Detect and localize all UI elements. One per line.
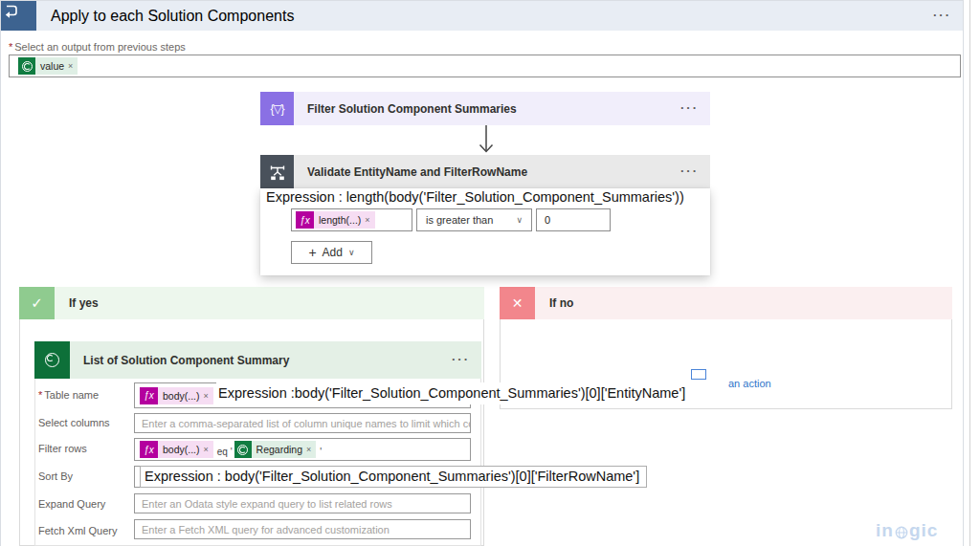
filter-array-icon: {▽} (260, 92, 294, 125)
select-columns-input[interactable] (134, 413, 471, 433)
flow-designer-canvas: Apply to each Solution Components ··· *S… (0, 0, 980, 546)
output-field-input[interactable]: value × (9, 55, 961, 77)
filter-action-title: Filter Solution Component Summaries (307, 102, 517, 116)
condition-operator-dropdown[interactable]: is greater than ∨ (416, 208, 532, 231)
condition-operand-field[interactable]: ƒx length(...) × (291, 208, 412, 231)
plus-icon: + (308, 245, 316, 260)
cross-icon: ✕ (500, 287, 535, 319)
dataverse-icon (34, 341, 70, 379)
watermark-text-right: gic (909, 520, 938, 541)
value-token-label: value (40, 60, 64, 72)
filter-action-menu-button[interactable]: ··· (680, 100, 699, 115)
filter-rows-label: Filter rows (38, 443, 87, 454)
loop-icon (1, 1, 36, 31)
filter-suffix-text: ' (320, 447, 322, 457)
body-token-label: body(...) (163, 390, 200, 402)
if-yes-header[interactable]: ✓ If yes (19, 287, 484, 319)
chevron-down-icon: ∨ (348, 248, 355, 257)
condition-expression-caption: Expression : length(body('Filter_Solutio… (266, 189, 684, 205)
operator-value: is greater than (426, 214, 493, 226)
fx-icon: ƒx (140, 387, 158, 404)
length-expression-token[interactable]: ƒx length(...) × (296, 211, 375, 229)
add-condition-button[interactable]: + Add ∨ (291, 241, 372, 264)
condition-icon (260, 155, 294, 188)
remove-token-icon[interactable]: × (365, 215, 369, 225)
body-expression-token[interactable]: ƒx body(...) × (140, 387, 213, 404)
condition-editor: Expression : length(body('Filter_Solutio… (260, 188, 710, 275)
if-no-title: If no (549, 296, 573, 310)
filter-action-card[interactable]: {▽} Filter Solution Component Summaries … (260, 92, 710, 125)
remove-token-icon[interactable]: × (68, 61, 73, 71)
expand-query-input[interactable] (134, 493, 471, 513)
dataverse-icon (18, 57, 35, 75)
fetch-xml-query-label: Fetch Xml Query (38, 525, 118, 536)
watermark-text-left: in (876, 520, 894, 541)
check-icon: ✓ (19, 287, 55, 319)
chevron-down-icon: ∨ (516, 215, 523, 225)
add-action-link[interactable]: an action (728, 378, 771, 389)
output-field-label: *Select an output from previous steps (9, 41, 186, 53)
remove-token-icon[interactable]: × (204, 445, 209, 454)
list-rows-action-title: List of Solution Component Summary (83, 354, 289, 367)
table-name-expression-overlay: Expression :body('Filter_Solution_Compon… (216, 382, 690, 404)
length-token-label: length(...) (319, 214, 361, 226)
inogic-watermark: in gic (876, 520, 938, 541)
condition-action-menu-button[interactable]: ··· (680, 164, 699, 178)
condition-action-card[interactable]: Validate EntityName and FilterRowName ··… (260, 155, 710, 188)
sort-by-expression-overlay: Expression : body('Filter_Solution_Compo… (140, 466, 647, 488)
filter-rows-field[interactable]: ƒx body(...) × eq ' Regarding × ' (134, 438, 471, 461)
apply-to-each-title: Apply to each Solution Components (51, 8, 294, 25)
if-yes-title: If yes (69, 296, 99, 310)
sort-by-label: Sort By (38, 470, 73, 482)
dataverse-icon (234, 441, 252, 458)
expand-query-label: Expand Query (38, 498, 105, 510)
condition-value-field[interactable]: 0 (536, 208, 611, 231)
fetch-xml-query-input[interactable] (134, 519, 471, 539)
required-mark: * (9, 41, 12, 53)
connector-arrow (475, 125, 498, 154)
add-button-label: Add (323, 246, 343, 259)
remove-token-icon[interactable]: × (204, 391, 209, 401)
condition-value: 0 (545, 214, 550, 226)
body-token-label: body(...) (163, 444, 200, 455)
globe-icon (895, 526, 908, 539)
table-name-label: *Table name (38, 389, 99, 401)
regarding-token-label: Regarding (256, 444, 302, 455)
apply-to-each-header[interactable]: Apply to each Solution Components ··· (1, 1, 963, 31)
if-no-header[interactable]: ✕ If no (500, 287, 952, 319)
value-token[interactable]: value × (18, 57, 78, 75)
remove-token-icon[interactable]: × (306, 445, 311, 454)
regarding-token[interactable]: Regarding × (234, 441, 317, 458)
canvas-edge-line (969, 0, 970, 546)
fx-icon: ƒx (296, 211, 314, 229)
apply-to-each-menu-button[interactable]: ··· (933, 8, 951, 22)
required-mark: * (38, 389, 42, 401)
filter-operator-text: eq ' (217, 447, 233, 457)
body-expression-token[interactable]: ƒx body(...) × (140, 441, 213, 458)
select-columns-label: Select columns (38, 417, 110, 428)
condition-action-title: Validate EntityName and FilterRowName (307, 165, 527, 179)
list-rows-menu-button[interactable]: ··· (452, 352, 470, 366)
fx-icon: ƒx (140, 441, 158, 458)
list-rows-action-card[interactable]: List of Solution Component Summary ··· (34, 341, 481, 379)
add-action-icon[interactable] (691, 369, 706, 380)
